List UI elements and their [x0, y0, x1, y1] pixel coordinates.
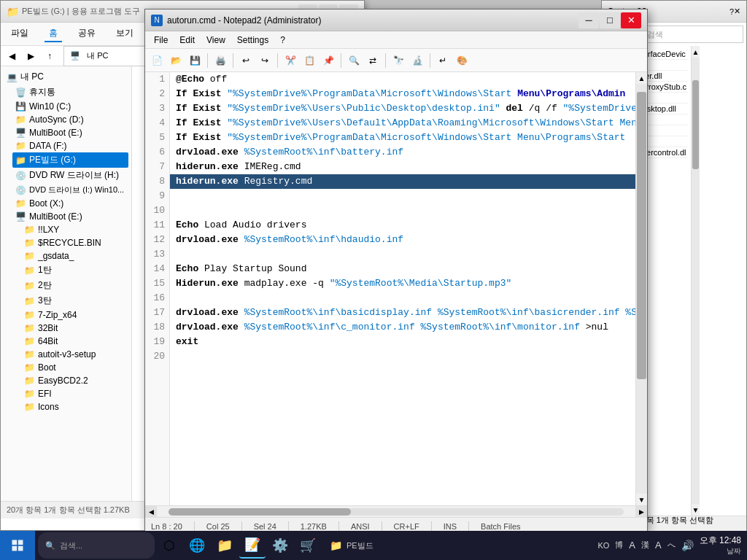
- tree-item-efi[interactable]: 📁 EFI: [21, 387, 128, 400]
- code-area[interactable]: @Echo off If Exist "%SystemDrive%\Progra…: [170, 72, 635, 505]
- toolbar-new[interactable]: 📄: [148, 52, 166, 69]
- tree-item-3tan[interactable]: 📁 3탄: [21, 293, 128, 308]
- scroll-up[interactable]: ▲: [636, 72, 647, 84]
- sys32-scrollbar[interactable]: ▲ ▼: [691, 46, 700, 516]
- nav-forward[interactable]: ▶: [23, 48, 39, 64]
- notepad-scrollbar-h[interactable]: ◀ ▶: [145, 505, 647, 517]
- sp-17: [239, 306, 244, 320]
- taskbar-notepad-icon[interactable]: 📝: [239, 532, 266, 559]
- tree-item-pebuildg[interactable]: 📁 PE빌드 (G:): [12, 152, 128, 168]
- tree-item-32bit[interactable]: 📁 32Bit: [21, 322, 128, 335]
- tree-item-gsdata[interactable]: 📁 _gsdata_: [21, 249, 128, 262]
- toolbar-paste[interactable]: 📌: [320, 52, 337, 69]
- toolbar-redo[interactable]: ↪: [256, 52, 274, 69]
- ribbon-tab-home[interactable]: 홈: [44, 26, 62, 42]
- menu-file[interactable]: File: [148, 33, 174, 47]
- menu-edit[interactable]: Edit: [174, 33, 201, 47]
- tree-item-dataf[interactable]: 📁 DATA (F:): [12, 139, 128, 152]
- ribbon-tab-file[interactable]: 파일: [7, 26, 33, 42]
- toolbar-replace[interactable]: ⇄: [364, 52, 382, 69]
- start-button[interactable]: [0, 531, 35, 560]
- toolbar-copy[interactable]: 📋: [301, 52, 318, 69]
- notepad-minimize[interactable]: ─: [578, 12, 599, 28]
- scroll-left-arrow[interactable]: ◀: [145, 506, 157, 518]
- tree-item-recycle2[interactable]: 📁 $RECYCLE.BIN: [21, 236, 128, 249]
- taskbar-ie[interactable]: 🌐: [184, 532, 210, 559]
- tree-item-icons[interactable]: 📁 Icons: [21, 400, 128, 413]
- tree-item-boot[interactable]: 📁 Boot: [21, 361, 128, 374]
- tray-A[interactable]: A: [629, 540, 635, 551]
- tree-item-easybcd[interactable]: 📁 EasyBCD2.2: [21, 374, 128, 387]
- tree-item-mypc[interactable]: 💻 내 PC: [4, 69, 128, 85]
- tray-up[interactable]: へ: [667, 540, 676, 551]
- scroll-down[interactable]: ▼: [636, 494, 647, 505]
- scroll-track-v[interactable]: [636, 84, 647, 494]
- notepad-close[interactable]: ✕: [621, 12, 641, 28]
- clock-time: 오후 12:48: [700, 534, 741, 547]
- tree-item-64bit[interactable]: 📁 64Bit: [21, 335, 128, 348]
- tree-item-bootx[interactable]: 📁 Boot (X:): [12, 197, 128, 210]
- toolbar-open[interactable]: 📂: [167, 52, 185, 69]
- notepad-scrollbar-v[interactable]: ▲ ▼: [635, 72, 647, 505]
- taskview-button[interactable]: ⬡: [156, 532, 182, 559]
- taskbar-settings-icon[interactable]: ⚙️: [267, 532, 293, 559]
- ribbon-tab-share[interactable]: 공유: [74, 26, 100, 42]
- redirect-18: >nul: [580, 320, 608, 335]
- toolbar-print[interactable]: 🖨️: [212, 52, 229, 69]
- scroll-thumb-v[interactable]: [637, 92, 646, 378]
- tree-item-dvdrwh[interactable]: 💿 DVD RW 드라이브 (H:): [12, 168, 128, 183]
- tray-volume[interactable]: 🔊: [681, 540, 694, 551]
- toolbar-wrap[interactable]: ↵: [434, 52, 452, 69]
- drvload-kw-6: drvload.exe: [176, 145, 239, 160]
- taskbar-store-icon[interactable]: 🛒: [295, 532, 321, 559]
- toolbar-scheme[interactable]: 🎨: [453, 52, 471, 69]
- sp2-17: [432, 306, 438, 320]
- scroll-right-arrow[interactable]: ▶: [635, 506, 647, 518]
- menu-view[interactable]: View: [201, 33, 231, 47]
- nav-up[interactable]: ↑: [42, 48, 58, 64]
- toolbar-undo[interactable]: ↩: [237, 52, 255, 69]
- scroll-up-arrow[interactable]: ▲: [692, 46, 700, 58]
- scroll-thumb[interactable]: [692, 80, 699, 169]
- tray-chinese[interactable]: 博: [615, 540, 623, 551]
- taskbar-running-explorer[interactable]: 📁 PE빌드: [322, 532, 381, 559]
- tree-item-multiboote[interactable]: 🖥️ MultiBoot (E:): [12, 126, 128, 139]
- toolbar-find[interactable]: 🔍: [345, 52, 363, 69]
- tree-item-lxy[interactable]: 📁 !!LXY: [21, 223, 128, 236]
- tree-item-dvdi[interactable]: 💿 DVD 드라이브 (I:) Win10...: [12, 183, 128, 197]
- taskbar-search[interactable]: 🔍 검색...: [38, 532, 155, 559]
- taskbar-explorer-icon[interactable]: 📁: [212, 532, 238, 559]
- toolbar-save[interactable]: 💾: [186, 52, 204, 69]
- tree-item-1tan[interactable]: 📁 1탄: [21, 262, 128, 278]
- nav-back[interactable]: ◀: [4, 48, 20, 64]
- tree-label-autosync: AutoSync (D:): [29, 114, 84, 125]
- ribbon-tab-view[interactable]: 보기: [112, 26, 138, 42]
- sp-6: [239, 145, 244, 160]
- notepad-maximize[interactable]: □: [600, 12, 620, 28]
- tray-A2[interactable]: Α: [655, 540, 662, 551]
- tree-item-7zip[interactable]: 📁 7-Zip_x64: [21, 308, 128, 322]
- scroll-thumb-h[interactable]: [169, 508, 351, 516]
- scroll-down-arrow[interactable]: ▼: [692, 504, 700, 516]
- tray-han[interactable]: 漢: [641, 540, 649, 551]
- tray-ko[interactable]: KO: [597, 541, 609, 550]
- code-line-8[interactable]: hiderun.exe Registry.cmd: [170, 174, 635, 189]
- toolbar-zoom-in[interactable]: 🔬: [409, 52, 426, 69]
- menu-help[interactable]: ?: [274, 33, 291, 47]
- menu-settings[interactable]: Settings: [231, 33, 274, 47]
- status-size: 1.27KB: [301, 522, 327, 531]
- tree-item-autoit[interactable]: 📁 autoit-v3-setup: [21, 348, 128, 361]
- scroll-track-h[interactable]: [169, 508, 624, 516]
- exit-kw-19: exit: [176, 335, 198, 349]
- tree-item-multiboote2[interactable]: 🖥️ MultiBoot (E:): [12, 210, 128, 223]
- code-line-4: If Exist "%SystemDrive%\Users\Default\Ap…: [170, 116, 635, 131]
- toolbar-cut[interactable]: ✂️: [282, 52, 299, 69]
- tree-item-autosync[interactable]: 📁 AutoSync (D:): [12, 113, 128, 126]
- sys32-close[interactable]: ✕: [734, 7, 740, 16]
- scroll-track[interactable]: [692, 58, 700, 504]
- tree-item-win10c[interactable]: 💾 Win10 (C:): [12, 100, 128, 113]
- tree-item-2tan[interactable]: 📁 2탄: [21, 278, 128, 293]
- tree-item-recycle[interactable]: 🗑️ 휴지통: [12, 85, 128, 100]
- notepad-app-icon: N: [151, 15, 163, 26]
- toolbar-zoom-out[interactable]: 🔭: [390, 52, 407, 69]
